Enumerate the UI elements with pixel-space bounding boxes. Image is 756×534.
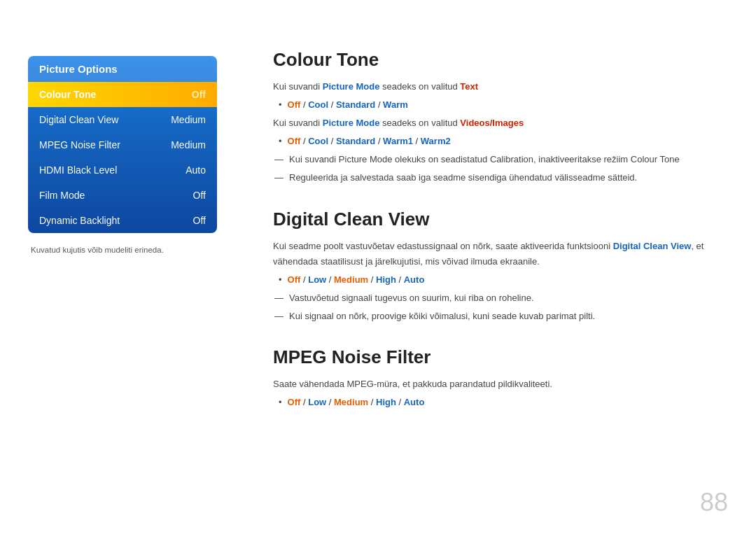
sidebar-item-digital-clean-view-value: Medium	[171, 114, 206, 125]
sidebar-item-film-mode[interactable]: Film Mode Off	[28, 183, 217, 208]
sidebar-title: Picture Options	[28, 56, 217, 82]
colour-tone-bullet2: • Off / Cool / Standard / Warm1 / Warm2	[279, 134, 714, 149]
sidebar-item-dynamic-backlight[interactable]: Dynamic Backlight Off	[28, 208, 217, 233]
digital-clean-view-text1: Kui seadme poolt vastuvõetav edastussign…	[273, 239, 714, 269]
sidebar-note: Kuvatud kujutis võib mudeliti erineda.	[28, 246, 217, 254]
colour-tone-dash2: ― Reguleerida ja salvestada saab iga sea…	[274, 170, 714, 185]
sidebar-item-digital-clean-view-label: Digital Clean View	[39, 114, 118, 125]
main-content: Colour Tone Kui suvandi Picture Mode sea…	[238, 28, 756, 506]
sidebar-item-colour-tone-value: Off	[192, 89, 206, 100]
sidebar-item-hdmi-black-level-value: Auto	[186, 164, 206, 176]
colour-tone-text1: Kui suvandi Picture Mode seadeks on vali…	[273, 79, 714, 94]
sidebar-item-digital-clean-view[interactable]: Digital Clean View Medium	[28, 107, 217, 132]
mpeg-noise-filter-title: MPEG Noise Filter	[273, 346, 714, 368]
mpeg-noise-filter-text1: Saate vähendada MPEG-müra, et pakkuda pa…	[273, 377, 714, 392]
section-colour-tone: Colour Tone Kui suvandi Picture Mode sea…	[273, 49, 714, 186]
colour-tone-title: Colour Tone	[273, 49, 714, 71]
colour-tone-bullet1: • Off / Cool / Standard / Warm	[279, 97, 714, 113]
colour-tone-dash1: ― Kui suvandi Picture Mode olekuks on se…	[274, 152, 714, 167]
digital-clean-view-title: Digital Clean View	[273, 209, 714, 230]
digital-clean-view-dash2: ― Kui signaal on nõrk, proovige kõiki võ…	[274, 309, 714, 324]
digital-clean-view-dash1: ― Vastuvõetud signaali tugevus on suurim…	[274, 290, 714, 306]
sidebar-item-hdmi-black-level-label: HDMI Black Level	[39, 164, 117, 176]
mpeg-noise-filter-bullet1: • Off / Low / Medium / High / Auto	[279, 395, 714, 410]
sidebar-box: Picture Options Colour Tone Off Digital …	[28, 56, 217, 233]
sidebar-item-film-mode-label: Film Mode	[39, 190, 85, 201]
sidebar-item-mpeg-noise-filter[interactable]: MPEG Noise Filter Medium	[28, 132, 217, 157]
section-mpeg-noise-filter: MPEG Noise Filter Saate vähendada MPEG-m…	[273, 346, 714, 410]
sidebar-item-film-mode-value: Off	[193, 190, 206, 201]
sidebar-item-dynamic-backlight-label: Dynamic Backlight	[39, 215, 120, 226]
sidebar-item-colour-tone-label: Colour Tone	[39, 89, 96, 100]
sidebar-item-colour-tone[interactable]: Colour Tone Off	[28, 82, 217, 107]
sidebar: Picture Options Colour Tone Off Digital …	[0, 28, 238, 506]
sidebar-item-hdmi-black-level[interactable]: HDMI Black Level Auto	[28, 157, 217, 183]
section-digital-clean-view: Digital Clean View Kui seadme poolt vast…	[273, 209, 714, 324]
colour-tone-text2: Kui suvandi Picture Mode seadeks on vali…	[273, 115, 714, 131]
sidebar-item-dynamic-backlight-value: Off	[193, 215, 206, 226]
sidebar-item-mpeg-noise-filter-value: Medium	[171, 139, 206, 150]
sidebar-item-mpeg-noise-filter-label: MPEG Noise Filter	[39, 139, 120, 150]
page-number: 88	[700, 488, 728, 517]
digital-clean-view-bullet1: • Off / Low / Medium / High / Auto	[279, 272, 714, 288]
